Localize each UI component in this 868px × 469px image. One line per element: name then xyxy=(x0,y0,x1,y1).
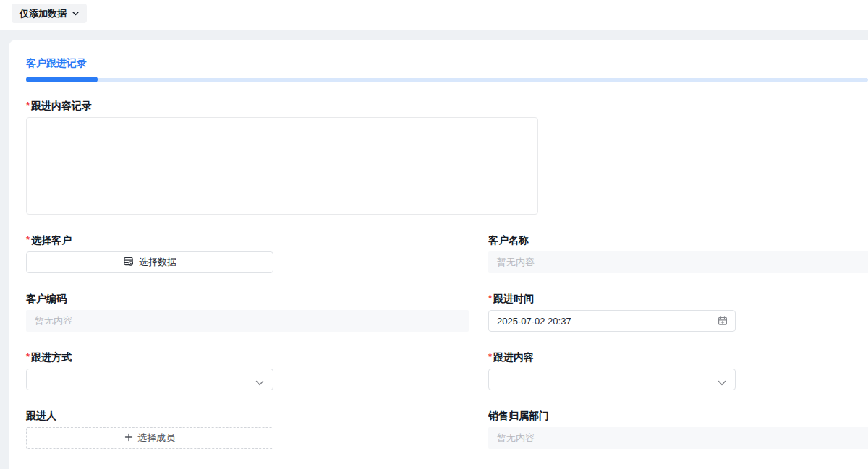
follow-time-label: * 跟进时间 xyxy=(488,293,868,304)
follow-method-label: * 跟进方式 xyxy=(26,352,469,363)
follow-note-label: * 跟进内容记录 xyxy=(26,100,538,111)
form-row-4: * 跟进方式 * 跟进内容 xyxy=(26,352,868,390)
select-data-icon xyxy=(123,256,134,269)
add-mode-dropdown-label: 仅添加数据 xyxy=(20,7,67,20)
required-marker: * xyxy=(26,234,30,245)
field-follow-note: * 跟进内容记录 xyxy=(26,100,538,215)
field-customer-name: 客户名称 暂无内容 xyxy=(488,235,868,273)
chevron-down-icon xyxy=(72,9,80,17)
calendar-icon[interactable] xyxy=(717,315,728,330)
follow-note-textarea[interactable] xyxy=(26,117,538,215)
follow-method-select[interactable] xyxy=(26,369,273,390)
follower-label: 跟进人 xyxy=(26,410,469,421)
form-row-1: * 跟进内容记录 xyxy=(26,100,868,215)
tab-underline xyxy=(26,77,868,82)
tab-customer-follow-record[interactable]: 客户跟进记录 xyxy=(26,56,868,70)
chevron-down-icon xyxy=(718,377,726,390)
form-row-3: 客户编码 暂无内容 * 跟进时间 xyxy=(26,293,868,332)
required-marker: * xyxy=(26,100,30,111)
top-toolbar: 仅添加数据 xyxy=(0,0,868,30)
field-follow-method: * 跟进方式 xyxy=(26,352,469,390)
select-member-button[interactable]: 选择成员 xyxy=(26,427,273,449)
select-data-button-label: 选择数据 xyxy=(139,256,176,269)
customer-code-label: 客户编码 xyxy=(26,293,469,304)
field-follow-content: * 跟进内容 xyxy=(488,352,868,390)
add-mode-dropdown-button[interactable]: 仅添加数据 xyxy=(12,4,87,23)
field-sales-department: 销售归属部门 暂无内容 xyxy=(488,410,868,449)
follow-content-select[interactable] xyxy=(488,369,736,390)
follow-time-picker xyxy=(488,310,736,332)
customer-name-label: 客户名称 xyxy=(488,235,868,246)
select-customer-label: * 选择客户 xyxy=(26,235,469,246)
chevron-down-icon xyxy=(255,377,264,390)
required-marker: * xyxy=(488,293,492,304)
field-follower: 跟进人 选择成员 xyxy=(26,410,469,449)
customer-code-disabled-input: 暂无内容 xyxy=(26,310,469,332)
follow-record-form: * 跟进内容记录 * 选择客户 xyxy=(26,100,868,449)
required-marker: * xyxy=(488,351,492,362)
form-card: 客户跟进记录 * 跟进内容记录 xyxy=(9,40,868,469)
field-select-customer: * 选择客户 选择数据 xyxy=(26,235,469,273)
customer-name-disabled-input: 暂无内容 xyxy=(488,251,868,273)
follow-time-input[interactable] xyxy=(488,310,736,332)
page-background: 客户跟进记录 * 跟进内容记录 xyxy=(0,30,868,469)
select-member-button-label: 选择成员 xyxy=(137,431,175,444)
tab-active-indicator xyxy=(26,77,98,82)
tab-label: 客户跟进记录 xyxy=(26,57,87,70)
field-follow-time: * 跟进时间 xyxy=(488,293,868,332)
sales-department-label: 销售归属部门 xyxy=(488,410,868,421)
tab-track xyxy=(26,78,868,82)
field-customer-code: 客户编码 暂无内容 xyxy=(26,293,469,332)
select-data-button[interactable]: 选择数据 xyxy=(26,251,273,273)
plus-icon xyxy=(124,433,133,444)
form-row-2: * 选择客户 选择数据 xyxy=(26,235,868,273)
sales-department-disabled-input: 暂无内容 xyxy=(488,427,868,449)
form-row-5: 跟进人 选择成员 销售归属部门 暂无内容 xyxy=(26,410,868,449)
follow-content-label: * 跟进内容 xyxy=(488,352,868,363)
required-marker: * xyxy=(26,351,30,362)
